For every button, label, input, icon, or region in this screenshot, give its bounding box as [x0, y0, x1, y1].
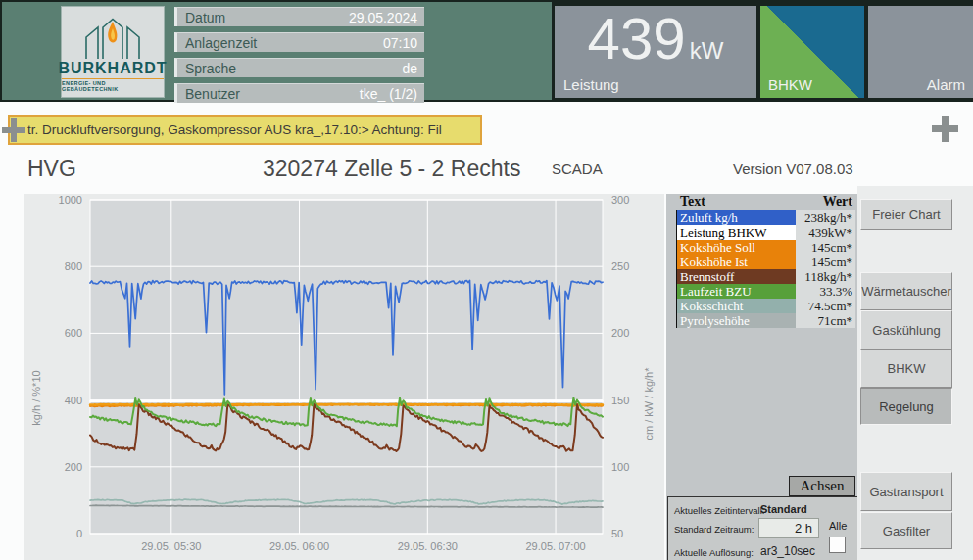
info-row-label: Benutzer	[185, 86, 240, 102]
info-row-value: de	[402, 61, 417, 76]
trend-chart-svg: 100080060040020003002502001501005029.05.…	[24, 194, 664, 560]
svg-text:1000: 1000	[59, 194, 82, 206]
nav-button-gasfilter[interactable]: Gasfilter	[860, 512, 952, 549]
svg-text:300: 300	[611, 194, 629, 206]
aufloesung-label: Aktuelle Auflösung:	[674, 547, 754, 558]
nav-button-gask-hlung[interactable]: Gaskühlung	[860, 310, 952, 350]
alarm-tile-label: Alarm	[927, 76, 965, 93]
info-row-sprache[interactable]: Sprachede	[174, 58, 424, 77]
nav-button-regelung[interactable]: Regelung	[860, 388, 952, 425]
svg-text:100: 100	[611, 461, 629, 473]
achsen-button[interactable]: Achsen	[789, 476, 855, 496]
legend-row[interactable]: Kokshöhe Soll145cm*	[676, 240, 855, 255]
aufloesung-value: ar3_10sec	[760, 544, 815, 558]
page-title: 320274 Zelle 5 - 2 Rechts	[263, 156, 520, 182]
svg-text:29.05. 06:00: 29.05. 06:00	[269, 540, 329, 552]
plus-icon-right[interactable]	[932, 116, 958, 142]
legend-row-value: 33.3%	[796, 284, 855, 299]
logo-houses-flame-icon	[78, 16, 147, 61]
legend-row-label: Koksschicht	[676, 299, 796, 313]
y-left-axis-title: kg/h / %*10	[30, 370, 42, 425]
scada-app: BURKHARDT ENERGIE- UND GEBÄUDETECHNIK Da…	[0, 0, 973, 560]
info-row-datum[interactable]: Datum29.05.2024	[174, 7, 424, 26]
legend-row[interactable]: Laufzeit BZU33.3%	[676, 284, 855, 299]
legend-row[interactable]: Pyrolysehöhe71cm*	[676, 313, 855, 328]
alle-checkbox[interactable]	[829, 537, 846, 553]
info-row-value: tke_ (1/2)	[360, 86, 417, 102]
page-code: HVG	[27, 156, 76, 182]
legend-row-value: 145cm*	[796, 255, 855, 269]
alarm-message-bar[interactable]: tr. Druckluftversorgung, Gaskompressor A…	[8, 115, 482, 145]
legend-header: TextWert	[676, 194, 855, 210]
svg-text:250: 250	[611, 260, 629, 272]
legend-row[interactable]: Zuluft kg/h238kg/h*	[676, 210, 855, 225]
svg-text:29.05. 07:00: 29.05. 07:00	[525, 540, 585, 552]
bhkw-tile-label: BHKW	[768, 76, 812, 93]
info-row-label: Anlagenzeit	[185, 35, 257, 51]
header-bar: BURKHARDT ENERGIE- UND GEBÄUDETECHNIK Da…	[0, 0, 973, 102]
svg-text:150: 150	[611, 395, 629, 406]
legend-row[interactable]: Leistung BHKW439kW*	[676, 225, 855, 240]
nav-button-w-rmetauscher[interactable]: Wärmetauscher	[860, 272, 952, 310]
header-info-rows: Datum29.05.2024Anlagenzeit07:10Sprachede…	[174, 7, 424, 102]
zeitraum-label: Standard Zeitraum:	[674, 524, 754, 535]
legend-row-value: 439kW*	[796, 225, 855, 240]
legend-row[interactable]: Brennstoff118kg/h*	[676, 269, 855, 284]
svg-text:0: 0	[76, 528, 82, 539]
legend-row-label: Laufzeit BZU	[676, 284, 796, 299]
zeitintervall-value: Standard	[760, 503, 807, 515]
info-row-value: 29.05.2024	[349, 10, 417, 25]
svg-text:29.05. 06:30: 29.05. 06:30	[398, 540, 458, 552]
legend-row-label: Brennstoff	[676, 269, 796, 284]
alarm-message-text: tr. Druckluftversorgung, Gaskompressor A…	[27, 122, 442, 137]
company-logo: BURKHARDT ENERGIE- UND GEBÄUDETECHNIK	[61, 6, 165, 98]
info-row-value: 07:10	[383, 35, 417, 51]
alle-label: Alle	[829, 520, 847, 532]
time-interval-panel: Aktuelles Zeitintervall: Standard Standa…	[667, 496, 857, 560]
info-row-label: Sprache	[185, 61, 236, 76]
legend-row[interactable]: Kokshöhe Ist145cm*	[676, 255, 855, 269]
legend-row-label: Kokshöhe Soll	[676, 240, 796, 255]
power-tile: 439kW Leistung	[555, 6, 756, 98]
alarm-tile[interactable]: Alarm	[868, 6, 973, 98]
power-value: 439kW	[555, 8, 756, 70]
logo-subtitle-text: ENERGIE- UND GEBÄUDETECHNIK	[62, 78, 164, 92]
svg-text:800: 800	[65, 260, 82, 272]
info-row-label: Datum	[185, 10, 225, 25]
nav-button-freier-chart[interactable]: Freier Chart	[860, 199, 952, 230]
legend-row-label: Leistung BHKW	[676, 225, 796, 240]
legend-row-label: Kokshöhe Ist	[676, 255, 796, 269]
svg-text:50: 50	[611, 528, 623, 539]
legend-row[interactable]: Koksschicht74.5cm*	[676, 299, 855, 313]
info-row-benutzer[interactable]: Benutzertke_ (1/2)	[174, 83, 424, 103]
series-koksh-he-soll	[90, 404, 603, 405]
legend-row-label: Zuluft kg/h	[676, 210, 796, 225]
trend-chart: 100080060040020003002502001501005029.05.…	[24, 194, 664, 560]
logo-brand-text: BURKHARDT	[58, 61, 167, 76]
svg-text:600: 600	[65, 327, 82, 339]
zeitintervall-label: Aktuelles Zeitintervall:	[674, 505, 764, 516]
scada-label: SCADA	[552, 161, 603, 177]
navigation-button-panel: Freier ChartWärmetauscherGaskühlungBHKWR…	[857, 186, 973, 560]
svg-text:29.05. 05:30: 29.05. 05:30	[141, 540, 201, 552]
svg-text:200: 200	[65, 461, 82, 473]
power-tile-label: Leistung	[563, 76, 619, 93]
legend-row-value: 74.5cm*	[796, 299, 855, 313]
legend-row-value: 145cm*	[796, 240, 855, 255]
y-right-axis-title: cm / kW / kg/h*	[643, 367, 655, 441]
legend-row-value: 118kg/h*	[796, 269, 855, 284]
legend-row-label: Pyrolysehöhe	[676, 313, 796, 328]
bhkw-tile[interactable]: BHKW	[760, 6, 864, 98]
plus-icon-left[interactable]	[2, 118, 25, 142]
zeitraum-input[interactable]	[758, 518, 819, 538]
nav-button-bhkw[interactable]: BHKW	[860, 350, 952, 388]
legend-table: TextWertZuluft kg/h238kg/h*Leistung BHKW…	[676, 194, 855, 328]
svg-text:400: 400	[65, 395, 82, 406]
svg-text:200: 200	[611, 327, 629, 339]
legend-row-value: 71cm*	[796, 313, 855, 328]
version-label: Version V07.08.03	[733, 161, 853, 177]
info-row-anlagenzeit[interactable]: Anlagenzeit07:10	[174, 32, 424, 52]
legend-row-value: 238kg/h*	[796, 210, 855, 225]
nav-button-gastransport[interactable]: Gastransport	[860, 472, 952, 511]
